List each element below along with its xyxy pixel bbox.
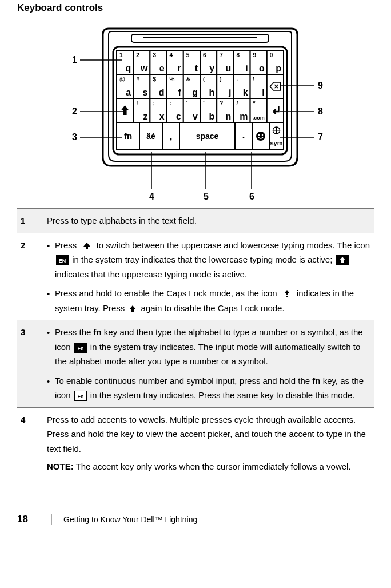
svg-text:space: space xyxy=(196,132,219,141)
svg-text:h: h xyxy=(209,88,214,97)
callout-9: 9 xyxy=(318,81,323,91)
svg-text:t: t xyxy=(195,63,198,73)
svg-text:y: y xyxy=(209,63,214,73)
svg-text:g: g xyxy=(192,88,198,97)
svg-text:l: l xyxy=(262,88,264,97)
table-row: 1 Press to type alphabets in the text fi… xyxy=(17,209,374,233)
callout-8: 8 xyxy=(318,106,323,117)
svg-text:3: 3 xyxy=(153,52,156,58)
fn-lock-icon: Fn xyxy=(74,391,87,401)
svg-text:sym: sym xyxy=(270,140,282,146)
svg-text::: : xyxy=(170,100,171,106)
table-row: 2 • Press to switch between the uppercas… xyxy=(17,233,374,320)
svg-text:@: @ xyxy=(119,76,125,82)
svg-text:-: - xyxy=(236,76,238,82)
page-heading: Keyboard controls xyxy=(17,0,374,17)
svg-text:o: o xyxy=(259,63,265,73)
svg-text:!: ! xyxy=(136,100,138,106)
svg-text:6: 6 xyxy=(203,52,206,58)
table-row: 3 • Press the fn key and then type the a… xyxy=(17,320,374,408)
svg-text:.com: .com xyxy=(253,115,265,121)
svg-point-100 xyxy=(262,134,264,136)
svg-text:&: & xyxy=(186,76,190,82)
svg-text:?: ? xyxy=(220,100,223,106)
page-footer: 18 Getting to Know Your Dell™ Lightning xyxy=(17,514,374,525)
svg-rect-116 xyxy=(286,296,288,297)
svg-text:9: 9 xyxy=(253,52,257,58)
svg-text:a: a xyxy=(126,88,131,97)
callout-1: 1 xyxy=(72,55,77,65)
svg-text:q: q xyxy=(125,63,131,73)
svg-rect-60 xyxy=(267,74,284,98)
table-row: 4 Press to add accents to vowels. Multip… xyxy=(17,407,374,479)
svg-text:b: b xyxy=(209,112,214,121)
keyboard-diagram: 1q2w3e4r5t6y7u8i9o0p@a#s$d%f&g(h)j-k\l!z… xyxy=(17,17,374,206)
svg-text:fn: fn xyxy=(124,131,132,141)
callout-4: 4 xyxy=(149,192,154,202)
svg-text:;: ; xyxy=(153,100,154,106)
row-num: 3 xyxy=(17,320,43,408)
svg-text:4: 4 xyxy=(170,52,173,58)
svg-text:/: / xyxy=(236,100,238,106)
row-num: 4 xyxy=(17,407,43,479)
svg-text:\: \ xyxy=(253,76,255,82)
footer-title: Getting to Know Your Dell™ Lightning xyxy=(63,515,197,524)
svg-text:m: m xyxy=(240,112,248,121)
svg-text:f: f xyxy=(178,88,181,97)
row-num: 2 xyxy=(17,233,43,320)
svg-text:s: s xyxy=(142,88,147,97)
svg-text:v: v xyxy=(193,112,198,121)
capslock-icon xyxy=(281,289,293,299)
svg-text:,: , xyxy=(169,130,172,142)
svg-text:d: d xyxy=(159,88,165,97)
row-text: Press to type alphabets in the text fiel… xyxy=(43,209,374,233)
svg-text:Fn: Fn xyxy=(77,394,83,399)
callout-7: 7 xyxy=(318,132,323,142)
callout-5: 5 xyxy=(204,192,209,202)
svg-text:': ' xyxy=(186,100,187,106)
svg-text:5: 5 xyxy=(186,52,190,58)
page-number: 18 xyxy=(17,514,51,525)
svg-point-99 xyxy=(258,134,260,136)
svg-text:EN: EN xyxy=(59,258,66,264)
svg-text:z: z xyxy=(143,112,147,121)
svg-text:u: u xyxy=(226,63,232,73)
svg-text:i: i xyxy=(245,63,248,73)
row-text: • Press to switch between the uppercase … xyxy=(43,233,374,320)
en-mode-icon: EN xyxy=(56,255,69,265)
svg-text:Fn: Fn xyxy=(77,345,83,351)
svg-text:): ) xyxy=(220,76,221,82)
svg-text:0: 0 xyxy=(270,52,273,58)
svg-text:%: % xyxy=(170,76,175,82)
svg-text:*: * xyxy=(253,100,256,106)
shift-arrow-icon xyxy=(81,241,93,251)
svg-text:n: n xyxy=(226,112,232,121)
svg-text:j: j xyxy=(228,88,231,97)
row-text: Press to add accents to vowels. Multiple… xyxy=(43,407,374,479)
fn-mode-icon: Fn xyxy=(74,343,87,353)
shift-arrow-icon xyxy=(128,304,137,313)
svg-text:#: # xyxy=(136,76,139,82)
svg-text:r: r xyxy=(178,63,181,73)
svg-text:w: w xyxy=(140,63,148,73)
svg-text:.: . xyxy=(242,129,245,141)
svg-text:äé: äé xyxy=(146,132,155,141)
svg-text:e: e xyxy=(159,63,165,73)
controls-table: 1 Press to type alphabets in the text fi… xyxy=(17,208,374,479)
row-num: 1 xyxy=(17,209,43,233)
svg-text:p: p xyxy=(276,63,281,73)
svg-text:k: k xyxy=(243,88,248,97)
callout-3: 3 xyxy=(72,132,77,142)
svg-text:1: 1 xyxy=(119,52,123,58)
row-text: • Press the fn key and then type the alp… xyxy=(43,320,374,408)
svg-text:c: c xyxy=(176,112,181,121)
svg-text:x: x xyxy=(159,112,165,121)
svg-text:7: 7 xyxy=(220,52,223,58)
callout-6: 6 xyxy=(249,192,254,202)
svg-text:2: 2 xyxy=(136,52,139,58)
svg-text:$: $ xyxy=(153,76,156,82)
callout-2: 2 xyxy=(72,106,77,117)
svg-point-98 xyxy=(256,132,265,141)
svg-text:8: 8 xyxy=(236,52,240,58)
svg-text:": " xyxy=(203,100,206,106)
